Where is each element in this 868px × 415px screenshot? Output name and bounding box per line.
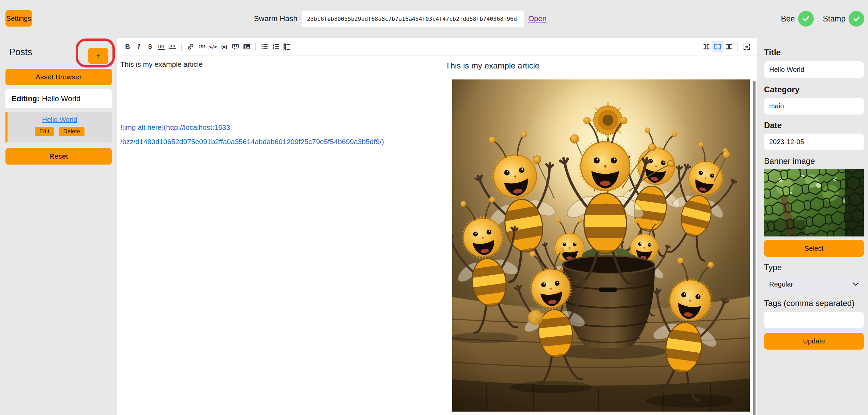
editor-only-view-icon[interactable] [701,41,712,52]
posts-heading: Posts [9,47,32,58]
toolbar-right-group [701,41,752,52]
post-list-item: Hello World Edit Delete [5,112,112,142]
editing-post-name: Hello World [42,94,80,103]
preview-bee-image [452,79,750,412]
chevron-down-icon [853,282,859,286]
inline-code-icon[interactable]: </> [207,41,218,52]
title-button[interactable]: TITL [167,41,178,52]
delete-post-button[interactable]: Delete [59,127,85,136]
new-post-button[interactable]: + [88,48,108,64]
banner-image-thumbnail[interactable] [764,169,864,236]
task-list-icon[interactable] [281,41,292,52]
unordered-list-icon[interactable] [259,41,270,52]
tags-input[interactable] [764,312,864,328]
toolbar-divider [737,43,738,51]
post-inspector: Title Category Date Banner image [757,37,868,415]
post-actions: Edit Delete [35,127,84,136]
asset-browser-button[interactable]: Asset Browser [5,69,112,85]
preview-only-view-icon[interactable] [723,41,734,52]
open-link[interactable]: Open [528,14,547,23]
fullscreen-icon[interactable] [741,41,752,52]
preview-scrollbar-thumb[interactable] [753,81,756,415]
bee-check-icon [798,11,814,27]
type-select-value: Regular [769,280,793,288]
date-input[interactable] [764,134,864,150]
toolbar-divider [255,43,256,51]
post-title-link[interactable]: Hello World [42,116,77,124]
banner-image-label: Banner image [764,156,864,166]
editor-toolbar: B I S HR TITL ”” </> {=} [117,38,757,56]
swarm-hash-label: Swarm Hash [254,14,298,23]
ordered-list-icon[interactable]: 1 2 3 [270,41,281,52]
blockquote-icon[interactable]: ”” [196,41,207,52]
bold-button[interactable]: B [122,41,133,52]
stamp-check-icon [849,11,864,27]
markdown-preview: This is my example article [436,56,757,415]
title-label: Title [764,48,864,57]
toolbar-divider [181,43,182,51]
type-label: Type [764,263,864,272]
editing-status-card: Editing: Hello World [5,89,112,108]
editing-label: Editing: [12,94,40,103]
svg-text:3: 3 [273,48,274,51]
swarm-hash-input[interactable] [302,11,524,27]
posts-sidebar: Posts + Asset Browser Editing: Hello Wor… [0,37,117,415]
bee-status-label: Bee [781,14,795,24]
stamp-status-label: Stamp [823,14,846,24]
category-label: Category [764,85,864,94]
markdown-editor[interactable]: This is my example article ![img alt her… [117,56,436,415]
settings-button[interactable]: Settings [5,10,32,27]
split-view-icon[interactable] [712,41,723,52]
editor-text-line: This is my example article [120,60,432,69]
strikethrough-button[interactable]: S [144,41,156,52]
horizontal-rule-button[interactable]: HR [156,41,167,52]
update-button[interactable]: Update [764,333,864,350]
swarm-hash-group: Swarm Hash Open [254,0,547,37]
link-icon[interactable] [185,41,196,52]
select-banner-button[interactable]: Select [764,240,864,257]
italic-button[interactable]: I [133,41,144,52]
preview-paragraph: This is my example article [445,61,757,71]
app-root: Settings Swarm Hash Open Bee Stamp Posts… [0,0,868,415]
editor-panel: B I S HR TITL ”” </> {=} [117,37,757,415]
date-label: Date [764,121,864,130]
code-comment-icon[interactable] [230,41,241,52]
tags-label: Tags (comma separated) [764,298,864,308]
code-block-icon[interactable]: {=} [218,41,230,52]
status-group: Bee Stamp [781,0,864,37]
category-input[interactable] [764,98,864,114]
type-select[interactable]: Regular [764,276,864,293]
edit-post-button[interactable]: Edit [35,127,54,136]
editor-body: This is my example article ![img alt her… [117,56,757,415]
reset-button[interactable]: Reset [5,148,112,165]
image-icon[interactable] [241,41,252,52]
editor-markdown-image-link: ![img alt here](http://localhost:1633 /b… [120,120,432,149]
topbar: Settings Swarm Hash Open Bee Stamp [0,0,868,37]
title-input[interactable] [764,61,864,78]
